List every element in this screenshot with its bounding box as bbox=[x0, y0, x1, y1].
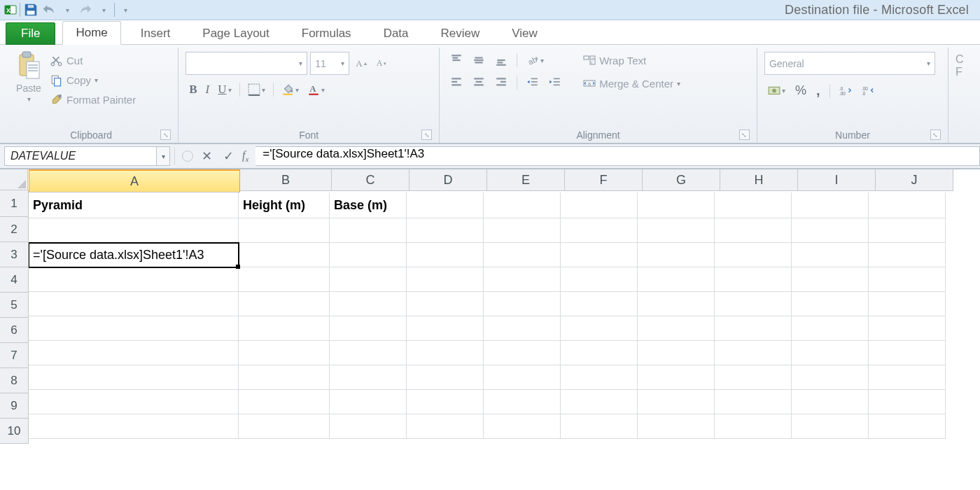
column-header-C[interactable]: C bbox=[332, 169, 410, 191]
tab-data[interactable]: Data bbox=[371, 22, 421, 45]
cell-D3[interactable] bbox=[407, 243, 484, 267]
redo-button[interactable] bbox=[78, 2, 93, 18]
cell-C10[interactable] bbox=[330, 414, 407, 439]
undo-dropdown[interactable]: ▾ bbox=[59, 2, 75, 18]
cell-D8[interactable] bbox=[407, 365, 484, 390]
name-box[interactable]: DATEVALUE bbox=[4, 146, 157, 166]
comma-button[interactable]: , bbox=[813, 80, 824, 101]
decrease-font-button[interactable]: A▾ bbox=[373, 56, 391, 71]
formula-input[interactable]: ='[Source data.xlsx]Sheet1'!A3 bbox=[255, 146, 980, 166]
cell-G6[interactable] bbox=[638, 316, 715, 341]
cell-I1[interactable] bbox=[792, 192, 869, 218]
row-header-1[interactable]: 1 bbox=[0, 190, 29, 217]
cell-I3[interactable] bbox=[792, 243, 869, 267]
column-header-G[interactable]: G bbox=[643, 169, 720, 191]
cell-H3[interactable] bbox=[715, 243, 792, 267]
cell-G9[interactable] bbox=[638, 390, 715, 414]
cell-G10[interactable] bbox=[638, 414, 715, 439]
cell-B7[interactable] bbox=[239, 341, 330, 365]
tab-review[interactable]: Review bbox=[428, 22, 493, 45]
italic-button[interactable]: I bbox=[202, 80, 214, 99]
row-header-5[interactable]: 5 bbox=[0, 293, 29, 318]
cell-B8[interactable] bbox=[239, 365, 330, 390]
cell-H5[interactable] bbox=[715, 292, 792, 316]
select-all-corner[interactable] bbox=[0, 169, 28, 190]
tab-insert[interactable]: Insert bbox=[128, 22, 183, 45]
font-size-selector[interactable]: 11▾ bbox=[310, 52, 349, 75]
cell-I7[interactable] bbox=[792, 341, 869, 365]
cut-button[interactable]: Cut bbox=[50, 52, 136, 69]
cell-J7[interactable] bbox=[869, 341, 946, 365]
cell-D1[interactable] bbox=[407, 192, 484, 218]
cell-D5[interactable] bbox=[407, 292, 484, 316]
cell-D6[interactable] bbox=[407, 316, 484, 341]
cell-C4[interactable] bbox=[330, 267, 407, 292]
cell-H1[interactable] bbox=[715, 192, 792, 218]
row-header-9[interactable]: 9 bbox=[0, 393, 29, 419]
cell-A9[interactable] bbox=[29, 390, 239, 414]
font-dialog-launcher[interactable]: ⤡ bbox=[421, 130, 432, 140]
accept-formula-button[interactable]: ✓ bbox=[220, 148, 237, 164]
wrap-text-button[interactable]: abc Wrap Text bbox=[583, 52, 680, 69]
cell-E9[interactable] bbox=[484, 390, 561, 414]
row-header-8[interactable]: 8 bbox=[0, 368, 29, 393]
cell-J4[interactable] bbox=[869, 267, 946, 292]
cell-A6[interactable] bbox=[29, 316, 239, 341]
accounting-format-button[interactable]: ▾ bbox=[764, 83, 789, 99]
redo-dropdown[interactable]: ▾ bbox=[96, 2, 111, 18]
cell-D2[interactable] bbox=[407, 218, 484, 243]
cell-J2[interactable] bbox=[869, 218, 946, 243]
row-header-4[interactable]: 4 bbox=[0, 267, 29, 293]
cell-I2[interactable] bbox=[792, 218, 869, 243]
cell-J6[interactable] bbox=[869, 316, 946, 341]
cell-I10[interactable] bbox=[792, 414, 869, 439]
cell-E2[interactable] bbox=[484, 218, 561, 243]
column-header-A[interactable]: A bbox=[29, 169, 240, 192]
align-top-button[interactable] bbox=[447, 52, 466, 69]
number-format-selector[interactable]: General▾ bbox=[764, 52, 935, 75]
cell-I5[interactable] bbox=[792, 292, 869, 316]
column-header-I[interactable]: I bbox=[798, 169, 876, 191]
cell-J9[interactable] bbox=[869, 390, 946, 414]
column-header-D[interactable]: D bbox=[410, 169, 487, 191]
cell-I9[interactable] bbox=[792, 390, 869, 414]
cell-D4[interactable] bbox=[407, 267, 484, 292]
borders-button[interactable]: ▾ bbox=[244, 81, 269, 98]
tab-home[interactable]: Home bbox=[62, 21, 120, 45]
increase-indent-button[interactable] bbox=[545, 74, 565, 91]
percent-button[interactable]: % bbox=[792, 81, 810, 100]
cell-H4[interactable] bbox=[715, 267, 792, 292]
cell-B9[interactable] bbox=[239, 390, 330, 414]
row-header-7[interactable]: 7 bbox=[0, 343, 29, 368]
column-header-E[interactable]: E bbox=[487, 169, 565, 191]
cell-E4[interactable] bbox=[484, 267, 561, 292]
column-header-H[interactable]: H bbox=[720, 169, 798, 191]
cell-I8[interactable] bbox=[792, 365, 869, 390]
underline-button[interactable]: U▾ bbox=[214, 80, 234, 99]
alignment-dialog-launcher[interactable]: ⤡ bbox=[739, 130, 750, 140]
cell-D7[interactable] bbox=[407, 341, 484, 365]
cell-A3[interactable]: ='[Source data.xlsx]Sheet1'!A3 bbox=[29, 243, 239, 267]
tab-file[interactable]: File bbox=[6, 22, 55, 45]
cell-A4[interactable] bbox=[29, 267, 239, 292]
cell-A7[interactable] bbox=[29, 341, 239, 365]
column-header-J[interactable]: J bbox=[876, 169, 953, 191]
cell-G5[interactable] bbox=[638, 292, 715, 316]
cell-J10[interactable] bbox=[869, 414, 946, 439]
fill-color-button[interactable]: ▾ bbox=[278, 81, 302, 98]
row-header-3[interactable]: 3 bbox=[0, 242, 29, 267]
column-header-B[interactable]: B bbox=[240, 169, 332, 191]
cell-J3[interactable] bbox=[869, 243, 946, 267]
align-left-button[interactable] bbox=[447, 74, 466, 91]
cell-I4[interactable] bbox=[792, 267, 869, 292]
cell-G7[interactable] bbox=[638, 341, 715, 365]
cell-H7[interactable] bbox=[715, 341, 792, 365]
cell-I6[interactable] bbox=[792, 316, 869, 341]
cell-H6[interactable] bbox=[715, 316, 792, 341]
cell-E5[interactable] bbox=[484, 292, 561, 316]
decrease-decimal-button[interactable]: .00.0 bbox=[858, 83, 878, 99]
cell-D9[interactable] bbox=[407, 390, 484, 414]
format-painter-button[interactable]: Format Painter bbox=[50, 91, 136, 108]
align-center-button[interactable] bbox=[469, 74, 489, 91]
align-middle-button[interactable] bbox=[469, 52, 489, 69]
